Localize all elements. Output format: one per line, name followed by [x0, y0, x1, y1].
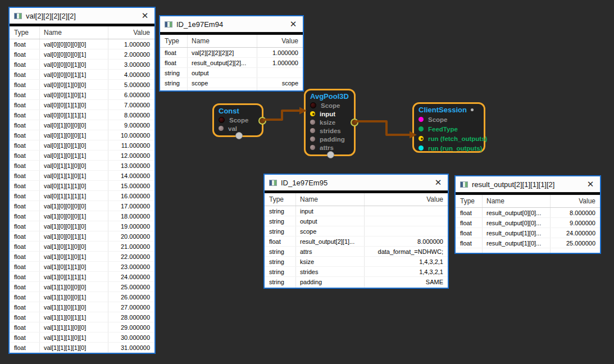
panel-titlebar[interactable]: ID_1e97Em95 ✕	[265, 175, 448, 190]
table-row[interactable]: floatval[0][1][0][1][1]12.000000	[10, 151, 154, 161]
table-row[interactable]: floatval[1][0][0][1][0]19.000000	[10, 221, 154, 231]
port-dot-icon[interactable]	[419, 126, 424, 131]
port-dot-icon[interactable]	[219, 117, 225, 123]
port-scope[interactable]: Scope	[419, 115, 484, 124]
table-row[interactable]: floatval[1][0][1][0][0]21.000000	[10, 242, 154, 252]
cell-type: string	[265, 248, 295, 255]
table-row[interactable]: floatval[1][1][0][1][0]27.000000	[10, 302, 154, 312]
table-row[interactable]: floatresult_output[1][0]...24.000000	[456, 228, 600, 238]
cell-type: float	[265, 238, 295, 245]
table-row[interactable]: floatresult_output[2][2]...1.000000	[160, 58, 303, 68]
port-run-fetch-outputs[interactable]: run (fetch_outputs)	[419, 134, 484, 143]
table-row[interactable]: floatval[1][0][0][0][0]17.000000	[10, 201, 154, 211]
table-row[interactable]: floatresult_output[2][1]...8.000000	[265, 236, 448, 247]
node-graph-canvas[interactable]: Const Scopeval AvgPool3D Scopeinputksize…	[0, 0, 614, 364]
close-icon[interactable]: ✕	[286, 17, 301, 31]
table-row[interactable]: stringksize1,4,3,2,1	[265, 257, 448, 267]
table-row[interactable]: floatval[0][0][1][1][1]8.000000	[10, 110, 154, 120]
port-feedtype[interactable]: FeedType	[419, 124, 484, 134]
table-row[interactable]: floatval[0][1][1][0][1]14.000000	[10, 171, 154, 181]
cell-name: val[0][0][0][1][0]	[39, 61, 108, 68]
port-padding[interactable]: padding	[310, 135, 354, 143]
table-row[interactable]: stringstrides1,4,3,2,1	[265, 267, 448, 277]
table-row[interactable]: stringoutput	[265, 216, 448, 226]
collapse-handle-icon[interactable]	[327, 151, 334, 158]
port-strides[interactable]: strides	[310, 126, 354, 135]
port-scope[interactable]: Scope	[219, 116, 262, 124]
port-attrs[interactable]: attrs	[310, 143, 354, 152]
port-dot-icon[interactable]	[310, 128, 315, 133]
table-row[interactable]: floatval[0][0][1][0][0]5.000000	[10, 80, 154, 90]
table-row[interactable]: floatval[1][1][1][0][1]30.000000	[10, 333, 154, 343]
table-row[interactable]: floatval[1][1][0][0][1]26.000000	[10, 292, 154, 302]
port-ksize[interactable]: ksize	[310, 118, 354, 126]
table-row[interactable]: floatval[0][1][1][0][0]13.000000	[10, 161, 154, 171]
port-dot-icon[interactable]	[419, 145, 424, 151]
table-row[interactable]: floatresult_output[1][0]...25.000000	[456, 238, 600, 248]
collapse-handle-icon[interactable]	[235, 132, 243, 139]
wire-const-to-avgpool3d[interactable]	[263, 111, 299, 120]
close-icon[interactable]: ✕	[583, 177, 598, 192]
table-row[interactable]: floatval[1][0][0][0][1]18.000000	[10, 211, 154, 221]
port-scope[interactable]: Scope	[310, 101, 354, 110]
node-clientsession[interactable]: ClientSession ScopeFeedTyperun (fetch_ou…	[412, 102, 485, 153]
panel-id-1e97em95[interactable]: ID_1e97Em95 ✕ Type Name Value stringinpu…	[263, 174, 449, 289]
table-row[interactable]: stringoutput	[160, 68, 303, 78]
node-avgpool3d[interactable]: AvgPool3D Scopeinputksizestridespaddinga…	[304, 89, 356, 156]
close-icon[interactable]: ✕	[138, 8, 152, 23]
port-label: ksize	[320, 119, 335, 126]
table-row[interactable]: floatval[1][0][0][1][1]20.000000	[10, 231, 154, 242]
table-row[interactable]: floatval[0][0][0][1][0]3.000000	[10, 60, 154, 70]
table-row[interactable]: floatval[1][0][1][1][1]24.000000	[10, 272, 154, 282]
panel-titlebar[interactable]: ID_1e97Em94 ✕	[160, 16, 303, 32]
panel-result-output[interactable]: result_output[2][1][1][1][2] ✕ Type Name…	[454, 175, 601, 254]
table-row[interactable]: stringscope	[265, 226, 448, 236]
port-dot-icon[interactable]	[310, 136, 315, 142]
panel-val-titlebar[interactable]: val[2][2][2][2][2] ✕	[10, 8, 154, 24]
cell-value: 8.000000	[108, 112, 154, 119]
port-dot-icon[interactable]	[419, 117, 424, 122]
panel-id-1e97em94[interactable]: ID_1e97Em94 ✕ Type Name Value floatval[2…	[159, 15, 304, 92]
port-input[interactable]: input	[310, 110, 354, 118]
table-row[interactable]: floatresult_output[0][0]...9.000000	[456, 218, 600, 228]
panel-val[interactable]: val[2][2][2][2][2] ✕ Type Name Value flo…	[8, 7, 156, 354]
wire-avgpool3d-to-clientsession[interactable]	[354, 121, 410, 135]
port-dot-icon[interactable]	[310, 111, 315, 116]
table-row[interactable]: floatval[0][0][1][1][0]7.000000	[10, 100, 154, 110]
output-port-icon[interactable]	[351, 119, 358, 126]
table-row[interactable]: floatval[0][1][1][1][1]16.000000	[10, 191, 154, 201]
port-dot-icon[interactable]	[310, 145, 315, 150]
table-row[interactable]: stringpaddingSAME	[265, 277, 448, 287]
table-row[interactable]: floatval[1][1][1][1][0]31.000000	[10, 343, 154, 353]
port-dot-icon[interactable]	[310, 120, 315, 125]
table-row[interactable]: floatval[0][1][0][0][0]9.000000	[10, 120, 154, 130]
table-row[interactable]: floatval[0][1][0][1][0]11.000000	[10, 140, 154, 151]
table-row[interactable]: floatval[0][1][0][0][1]10.000000	[10, 130, 154, 140]
cell-name: val[1][1][1][0][0]	[39, 324, 108, 331]
port-dot-icon[interactable]	[219, 126, 224, 131]
table-row[interactable]: floatval[2][2][2][2][2]1.000000	[160, 48, 303, 58]
cell-type: float	[10, 324, 39, 331]
table-row[interactable]: floatval[0][0][0][1][1]4.000000	[10, 70, 154, 80]
table-row[interactable]: floatval[0][0][1][0][1]6.000000	[10, 90, 154, 100]
panel-titlebar[interactable]: result_output[2][1][1][1][2] ✕	[456, 176, 600, 192]
table-row[interactable]: stringscopescope	[160, 78, 303, 88]
node-const[interactable]: Const Scopeval	[212, 103, 263, 137]
table-row[interactable]: floatval[1][1][0][1][1]28.000000	[10, 312, 154, 322]
table-row[interactable]: floatval[0][0][0][0][1]2.000000	[10, 49, 154, 60]
table-row[interactable]: floatval[1][1][0][0][0]25.000000	[10, 282, 154, 292]
table-row[interactable]: floatval[1][0][1][1][0]23.000000	[10, 262, 154, 272]
output-port-icon[interactable]	[258, 117, 266, 125]
table-row[interactable]: floatval[1][1][1][0][0]29.000000	[10, 322, 154, 333]
close-icon[interactable]: ✕	[431, 175, 445, 190]
table-row[interactable]: floatresult_output[0][0]...8.000000	[456, 208, 600, 218]
table-row[interactable]: stringinput	[265, 206, 448, 216]
table-row[interactable]: stringattrsdata_format_=NDHWC;	[265, 247, 448, 257]
table-row[interactable]: floatval[1][0][1][0][1]22.000000	[10, 252, 154, 262]
port-val[interactable]: val	[219, 124, 262, 133]
port-run-run-outputs[interactable]: run (run_outputs)	[419, 143, 484, 153]
port-dot-icon[interactable]	[419, 136, 424, 141]
table-row[interactable]: floatval[0][1][1][1][0]15.000000	[10, 181, 154, 191]
table-row[interactable]: floatval[0][0][0][0][0]1.000000	[10, 39, 154, 49]
port-dot-icon[interactable]	[310, 102, 316, 108]
